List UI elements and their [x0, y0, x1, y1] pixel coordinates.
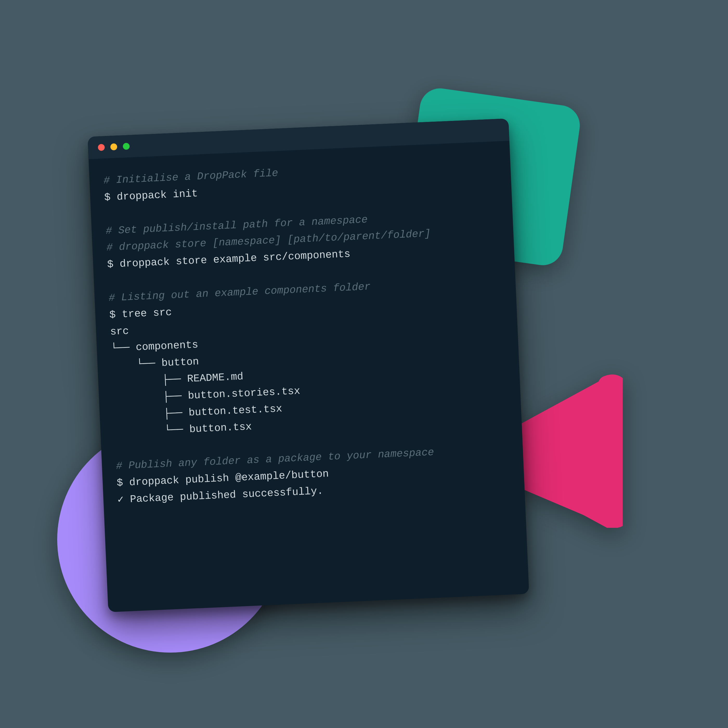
minimize-icon[interactable]	[110, 143, 117, 150]
maximize-icon[interactable]	[123, 143, 130, 150]
terminal-window: # Initialise a DropPack file$ droppack i…	[88, 119, 529, 612]
close-icon[interactable]	[98, 144, 105, 151]
scene: # Initialise a DropPack file$ droppack i…	[0, 0, 728, 728]
terminal-body: # Initialise a DropPack file$ droppack i…	[89, 141, 525, 523]
